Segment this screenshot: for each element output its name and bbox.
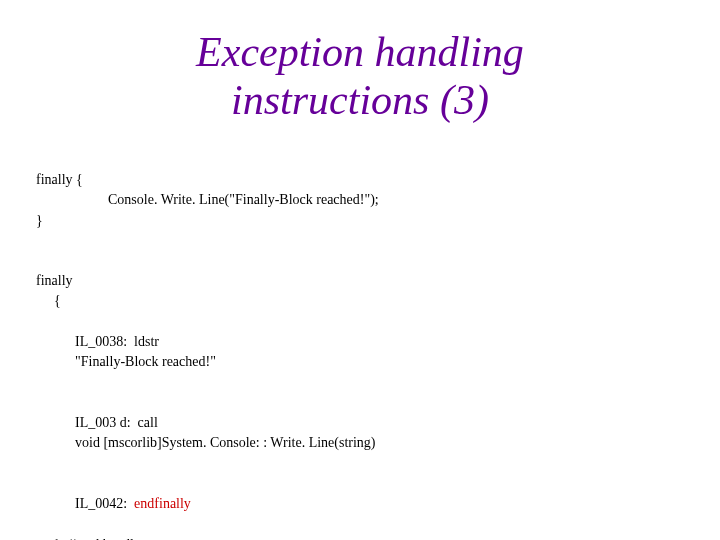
il-row-1: IL_0038: ldstr "Finally-Block reached!" — [36, 311, 684, 392]
il-head: finally — [36, 271, 684, 291]
il-close-brace: } // end handler — [36, 535, 684, 540]
slide: Exception handling instructions (3) fina… — [0, 0, 720, 540]
il-row-1-arg: "Finally-Block reached!" — [75, 352, 216, 372]
il-row-3-keyword: endfinally — [134, 496, 191, 511]
il-open-brace: { — [36, 291, 684, 311]
il-row-3-prefix: IL_0042: — [75, 496, 134, 511]
src-line-3: } — [36, 211, 684, 231]
il-row-2-arg: void [mscorlib]System. Console: : Write.… — [75, 433, 376, 453]
slide-title: Exception handling instructions (3) — [0, 28, 720, 125]
il-row-1-op: IL_0038: ldstr — [75, 332, 205, 352]
il-row-2-op: IL_003 d: call — [75, 413, 205, 433]
section-gap — [36, 231, 684, 271]
title-line-2: instructions (3) — [231, 77, 489, 123]
slide-body: finally { Console. Write. Line("Finally-… — [36, 170, 684, 540]
il-row-2: IL_003 d: call void [mscorlib]System. Co… — [36, 393, 684, 474]
src-line-1: finally { — [36, 170, 684, 190]
il-row-3: IL_0042: endfinally — [36, 474, 684, 535]
src-line-2: Console. Write. Line("Finally-Block reac… — [36, 190, 684, 210]
title-line-1: Exception handling — [196, 29, 524, 75]
